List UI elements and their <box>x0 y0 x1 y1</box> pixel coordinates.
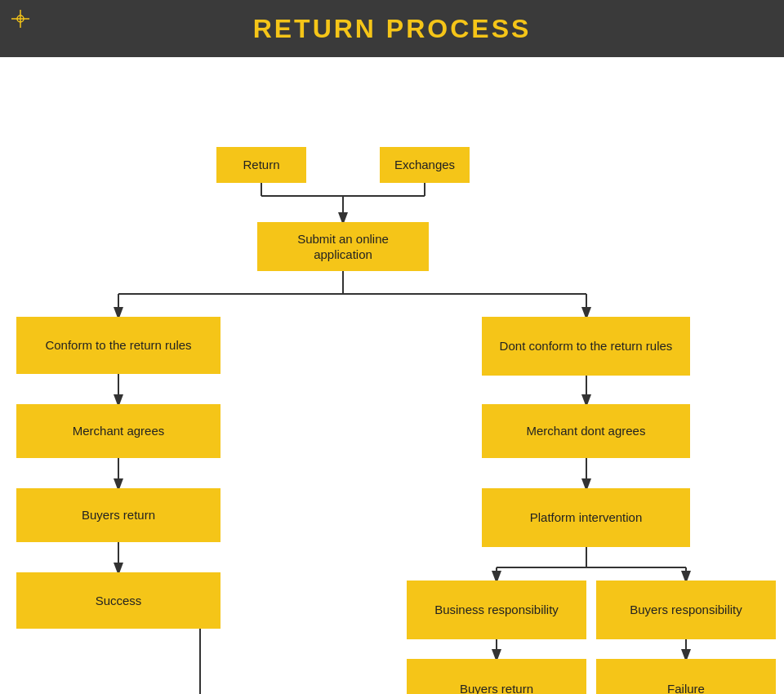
success-box: Success <box>16 572 220 629</box>
submit-box: Submit an online application <box>257 222 429 271</box>
dont-conform-box: Dont conform to the return rules <box>482 317 690 376</box>
buyers-return-left-box: Buyers return <box>16 488 220 542</box>
conform-box: Conform to the return rules <box>16 317 220 374</box>
page-title: RETURN PROCESS <box>253 14 532 44</box>
flowchart-diagram: Return Exchanges Submit an online applic… <box>0 57 784 694</box>
merchant-dont-agrees-box: Merchant dont agrees <box>482 404 690 458</box>
exchanges-box: Exchanges <box>380 147 470 183</box>
platform-box: Platform intervention <box>482 488 690 547</box>
crosshair-icon <box>11 10 29 28</box>
page-header: RETURN PROCESS <box>0 0 784 57</box>
business-responsibility-box: Business responsibility <box>407 581 586 639</box>
buyers-responsibility-box: Buyers responsibility <box>596 581 776 639</box>
return-box: Return <box>216 147 306 183</box>
merchant-agrees-box: Merchant agrees <box>16 404 220 458</box>
buyers-return-right-box: Buyers return <box>407 659 586 694</box>
failure-box: Failure <box>596 659 776 694</box>
